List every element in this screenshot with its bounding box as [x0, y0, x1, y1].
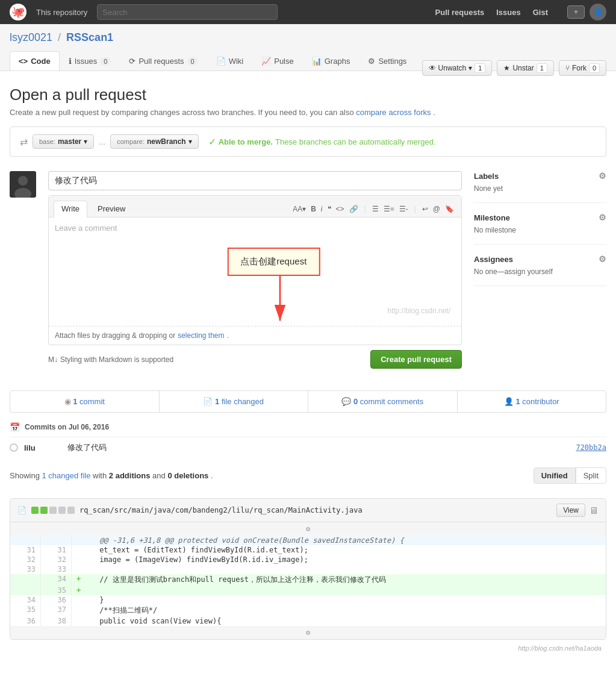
- issues-icon: ℹ: [69, 57, 72, 66]
- select-files-link[interactable]: selecting them: [178, 331, 224, 340]
- subtitle-text: Create a new pull request by comparing c…: [10, 108, 354, 117]
- branch-dots: ...: [99, 137, 105, 146]
- pr-editor: Write Preview AA▾ B i ❝ <> 🔗 | ☰ ☰= ☰-: [48, 195, 462, 345]
- code-tool[interactable]: <>: [336, 205, 344, 213]
- expand-bottom-icon[interactable]: ⚙: [306, 628, 310, 637]
- new-linenum-add-34: 34: [40, 574, 71, 586]
- file-change-blocks: [31, 507, 75, 514]
- font-size-tool[interactable]: AA▾: [293, 205, 306, 213]
- tab-pulse[interactable]: 📈 Pulse: [252, 51, 303, 70]
- search-input[interactable]: [97, 4, 278, 20]
- unified-view-button[interactable]: Unified: [534, 467, 576, 484]
- compare-label: compare:: [117, 138, 145, 145]
- line-content-34: }: [95, 595, 606, 605]
- commits-link[interactable]: 1 commit: [73, 397, 105, 406]
- labels-value: None yet: [474, 184, 606, 193]
- svg-point-1: [18, 176, 28, 186]
- bold-tool[interactable]: B: [311, 205, 316, 213]
- labels-gear-icon[interactable]: ⚙: [599, 171, 606, 181]
- preview-tab[interactable]: Preview: [90, 201, 133, 217]
- pr-sidebar: Labels ⚙ None yet Milestone ⚙ No milesto…: [474, 171, 606, 371]
- italic-tool[interactable]: i: [321, 205, 323, 213]
- stat-contributors: 👤 1 contributor: [458, 391, 606, 412]
- neutral-block-2: [58, 507, 66, 514]
- github-logo[interactable]: 🐙: [10, 4, 26, 20]
- base-branch-name: master: [58, 137, 81, 146]
- comments-icon: 💬: [341, 397, 351, 406]
- tab-issues-label: Issues: [75, 57, 98, 66]
- mention-tool[interactable]: ↩: [422, 205, 428, 213]
- labels-section: Labels ⚙ None yet: [474, 171, 606, 203]
- milestone-value: No milestone: [474, 226, 606, 234]
- compare-branch-button[interactable]: compare: newBranch ▾: [110, 134, 199, 149]
- compare-forks-link[interactable]: compare across forks: [356, 108, 431, 117]
- write-tab[interactable]: Write: [54, 201, 87, 217]
- assignees-section: Assignees ⚙ No one—assign yourself: [474, 254, 606, 286]
- repo-context-label: This repository: [36, 8, 87, 17]
- comments-num: 0: [353, 397, 358, 406]
- commit-hash-link[interactable]: 720bb2a: [576, 443, 606, 452]
- gist-link[interactable]: Gist: [533, 8, 548, 17]
- avatar[interactable]: 👤: [590, 4, 606, 20]
- settings-icon: ⚙: [368, 57, 375, 66]
- commit-message: 修改了代码: [67, 442, 576, 453]
- line-sign-31: [72, 545, 95, 555]
- list-tool[interactable]: ☰: [372, 205, 379, 213]
- assignees-header: Assignees ⚙: [474, 254, 606, 264]
- quote-tool[interactable]: ❝: [328, 205, 331, 213]
- milestone-gear-icon[interactable]: ⚙: [599, 213, 606, 222]
- task-list-tool[interactable]: ☰-: [399, 205, 408, 213]
- bookmark-tool[interactable]: 🔖: [445, 205, 454, 213]
- commits-date-label: Commits on Jul 06, 2016: [25, 423, 109, 431]
- attach-text: Attach files by dragging & dropping or: [55, 331, 175, 340]
- expand-icon[interactable]: ⚙: [306, 525, 310, 533]
- contributors-link[interactable]: 1 contributor: [515, 397, 559, 406]
- top-nav-right: + 👤: [567, 4, 606, 20]
- assignees-gear-icon[interactable]: ⚙: [599, 254, 606, 264]
- tab-settings[interactable]: ⚙ Settings: [359, 51, 415, 70]
- pr-title-input[interactable]: [48, 171, 462, 190]
- contributors-num: 1: [515, 397, 520, 406]
- diff-line-36-38: 36 38 public void scan(View view){: [10, 616, 606, 626]
- ordered-list-tool[interactable]: ☰=: [384, 205, 394, 213]
- markdown-info: M↓ Styling with Markdown is supported: [48, 355, 173, 364]
- files-link[interactable]: 1 file changed: [215, 397, 264, 406]
- assignees-title: Assignees: [474, 255, 513, 264]
- markdown-label: Styling with Markdown is supported: [60, 355, 173, 364]
- view-file-button[interactable]: View: [556, 504, 585, 517]
- new-linenum-37: 37: [40, 605, 71, 616]
- line-sign-35: [72, 605, 95, 616]
- annotation-box: 点击创建request: [227, 248, 320, 276]
- issues-link[interactable]: Issues: [496, 8, 520, 17]
- tab-pull-requests[interactable]: ⟳ Pull requests 0: [120, 51, 207, 70]
- split-view-button[interactable]: Split: [576, 467, 606, 484]
- base-label: base:: [39, 138, 55, 145]
- watermark: http://blog.csdn.net/: [382, 302, 455, 320]
- link-tool[interactable]: 🔗: [349, 205, 358, 213]
- tab-code[interactable]: <> Code: [10, 51, 60, 70]
- and-label: and: [152, 471, 166, 480]
- new-item-button[interactable]: +: [567, 5, 585, 19]
- subtitle-end: .: [433, 108, 435, 117]
- labels-header: Labels ⚙: [474, 171, 606, 181]
- owner-link[interactable]: lsyz0021: [10, 31, 52, 43]
- create-pull-request-button[interactable]: Create pull request: [370, 350, 462, 369]
- stat-commits: ◉ 1 commit: [10, 391, 160, 412]
- editor-body[interactable]: Leave a comment 点击创建request: [49, 217, 461, 326]
- comments-label: commit comments: [360, 397, 423, 406]
- tab-graphs[interactable]: 📊 Graphs: [303, 51, 359, 70]
- stat-comments: 💬 0 commit comments: [308, 391, 458, 412]
- page-title: Open a pull request: [10, 86, 606, 104]
- base-branch-button[interactable]: base: master ▾: [33, 134, 94, 149]
- comments-link[interactable]: 0 commit comments: [353, 397, 423, 406]
- check-icon: ✓: [208, 136, 216, 148]
- line-content-36: public void scan(View view){: [95, 616, 606, 626]
- tab-issues[interactable]: ℹ Issues 0: [60, 51, 120, 70]
- tab-wiki[interactable]: 📄 Wiki: [207, 51, 253, 70]
- pull-requests-link[interactable]: Pull requests: [435, 8, 485, 17]
- at-tool[interactable]: @: [433, 205, 440, 213]
- repo-name-link[interactable]: RSScan1: [66, 31, 113, 43]
- diff-line-31: 31 31 et_text = (EditText) findViewById(…: [10, 545, 606, 555]
- diff-controls-row: Showing 1 changed file with 2 additions …: [10, 467, 606, 491]
- changed-files-link[interactable]: 1 changed file: [42, 471, 91, 480]
